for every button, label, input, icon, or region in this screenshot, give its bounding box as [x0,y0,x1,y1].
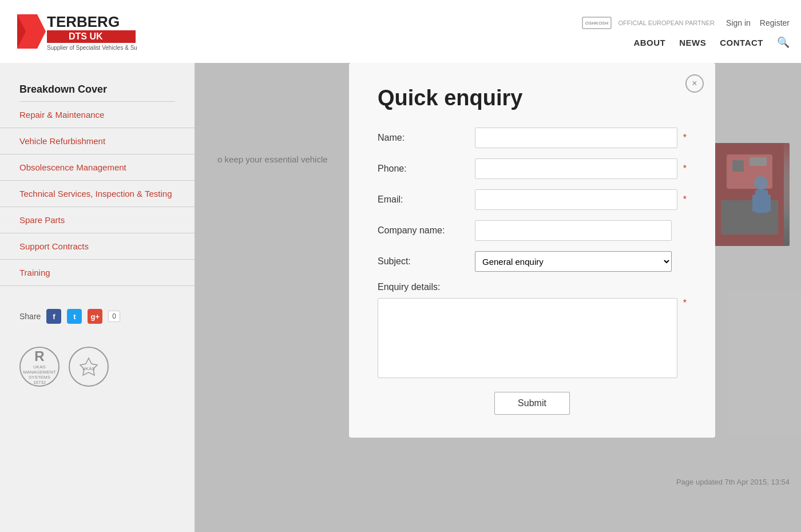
header-auth: Sign in Register [726,18,790,27]
main-content: o keep your essential vehicle Page updat… [195,63,801,532]
enquiry-textarea[interactable] [378,298,677,378]
email-label: Email: [378,194,469,205]
submit-row: Submit [378,392,687,415]
oshkosh-logo-svg: OSHKOSH [580,14,614,31]
sidebar-item-support[interactable]: Support Contracts [0,233,195,260]
svg-text:DTS UK: DTS UK [69,31,103,41]
sidebar-item-repair[interactable]: Repair & Maintenance [0,102,195,128]
page-body: Breakdown Cover Repair & Maintenance Veh… [0,63,801,532]
svg-text:UKAS: UKAS [82,366,95,371]
oshkosh-partner: OSHKOSH OFFICIAL EUROPEAN PARTNER [580,14,715,31]
nav-about[interactable]: ABOUT [633,38,665,47]
official-partner-text: OFFICIAL EUROPEAN PARTNER [618,19,715,26]
company-input[interactable] [475,220,672,241]
modal-close-button[interactable]: × [685,74,704,93]
iso-cert-logo: R UKASMANAGEMENTSYSTEMS16732 [19,347,60,387]
sidebar-item-obsolescence[interactable]: Obsolescence Management [0,154,195,181]
ukas-cert-logo: UKAS [69,347,109,387]
facebook-share-btn[interactable]: f [46,309,61,324]
nav-news[interactable]: NEWS [679,38,706,47]
site-header: TERBERG DTS UK Supplier of Specialist Ve… [0,0,801,63]
nav-contact[interactable]: CONTACT [720,38,763,47]
name-label: Name: [378,133,469,143]
email-required-star: * [683,194,687,205]
share-label: Share [19,312,41,321]
googleplus-share-btn[interactable]: g+ [88,309,102,324]
phone-label: Phone: [378,164,469,174]
enquiry-label: Enquiry details: [378,282,687,292]
name-required-star: * [683,133,687,143]
main-nav: ABOUT NEWS CONTACT 🔍 [633,36,790,49]
sidebar-item-training[interactable]: Training [0,260,195,286]
phone-field-row: Phone: * [378,158,687,179]
modal-title: Quick enquiry [378,86,687,110]
quick-enquiry-modal: × Quick enquiry Name: * Phone: * [349,63,715,438]
company-field-row: Company name: [378,220,687,241]
sidebar-item-refurb[interactable]: Vehicle Refurbishment [0,128,195,154]
header-right: OSHKOSH OFFICIAL EUROPEAN PARTNER Sign i… [580,14,790,49]
sidebar-section-title: Breakdown Cover [0,74,195,101]
modal-overlay: × Quick enquiry Name: * Phone: * [195,63,801,532]
twitter-share-btn[interactable]: t [67,309,82,324]
sidebar-logos: R UKASMANAGEMENTSYSTEMS16732 UKAS [0,335,195,398]
svg-text:OSHKOSH: OSHKOSH [585,21,608,26]
share-section: Share f t g+ 0 [0,297,195,335]
logo-area: TERBERG DTS UK Supplier of Specialist Ve… [11,9,137,54]
phone-input[interactable] [475,158,677,179]
svg-text:Supplier of Specialist Vehicle: Supplier of Specialist Vehicles & Suppor… [47,45,137,51]
sidebar: Breakdown Cover Repair & Maintenance Veh… [0,63,195,532]
company-logo: TERBERG DTS UK Supplier of Specialist Ve… [11,9,137,54]
subject-select[interactable]: General enquiry Technical Support Sales … [475,251,672,272]
phone-required-star: * [683,164,687,174]
subject-label: Subject: [378,256,469,267]
search-button[interactable]: 🔍 [777,36,790,49]
name-field-row: Name: * [378,128,687,148]
subject-field-row: Subject: General enquiry Technical Suppo… [378,251,687,272]
sidebar-item-technical[interactable]: Technical Services, Inspection & Testing [0,181,195,207]
email-input[interactable] [475,189,677,210]
sidebar-item-spareparts[interactable]: Spare Parts [0,207,195,233]
svg-text:TERBERG: TERBERG [47,13,120,30]
header-top-right: OSHKOSH OFFICIAL EUROPEAN PARTNER Sign i… [580,14,790,31]
share-count: 0 [108,311,120,322]
email-field-row: Email: * [378,189,687,210]
submit-button[interactable]: Submit [494,392,570,415]
register-link[interactable]: Register [760,18,790,27]
name-input[interactable] [475,128,677,148]
signin-link[interactable]: Sign in [726,18,751,27]
enquiry-required-star: * [683,298,687,308]
enquiry-details-row: Enquiry details: * [378,282,687,378]
company-label: Company name: [378,225,469,236]
